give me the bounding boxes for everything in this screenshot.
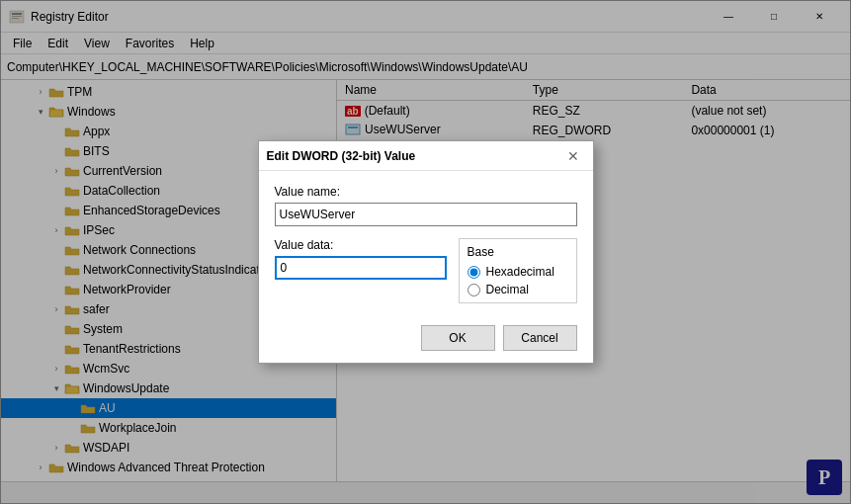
value-name-input[interactable] (275, 203, 577, 226)
edit-dword-dialog: Edit DWORD (32-bit) Value ✕ Value name: … (258, 140, 594, 364)
base-col: Base Hexadecimal Decimal (459, 238, 577, 303)
base-label: Base (468, 245, 568, 259)
decimal-radio[interactable] (468, 284, 480, 296)
dialog-footer: OK Cancel (259, 317, 593, 363)
dialog-close-button[interactable]: ✕ (561, 146, 585, 166)
value-data-col: Value data: (275, 238, 447, 292)
value-row: Value data: Base Hexadecimal (275, 238, 577, 303)
hexadecimal-option[interactable]: Hexadecimal (468, 265, 568, 279)
value-data-label: Value data: (275, 238, 447, 252)
ok-button[interactable]: OK (421, 325, 495, 351)
dialog-title: Edit DWORD (32-bit) Value (267, 149, 416, 163)
dialog-title-bar: Edit DWORD (32-bit) Value ✕ (259, 141, 593, 171)
base-radio-group: Hexadecimal Decimal (468, 265, 568, 296)
decimal-label: Decimal (486, 283, 529, 296)
dialog-body: Value name: Value data: Base Hexadecimal (259, 171, 593, 317)
modal-overlay: Edit DWORD (32-bit) Value ✕ Value name: … (0, 0, 851, 504)
registry-editor-window: Registry Editor — □ ✕ FileEditViewFavori… (0, 0, 851, 504)
value-data-input[interactable] (275, 256, 447, 280)
decimal-option[interactable]: Decimal (468, 283, 568, 296)
value-name-label: Value name: (275, 185, 577, 199)
hexadecimal-label: Hexadecimal (486, 265, 554, 279)
cancel-button[interactable]: Cancel (503, 325, 577, 351)
hexadecimal-radio[interactable] (468, 266, 480, 279)
